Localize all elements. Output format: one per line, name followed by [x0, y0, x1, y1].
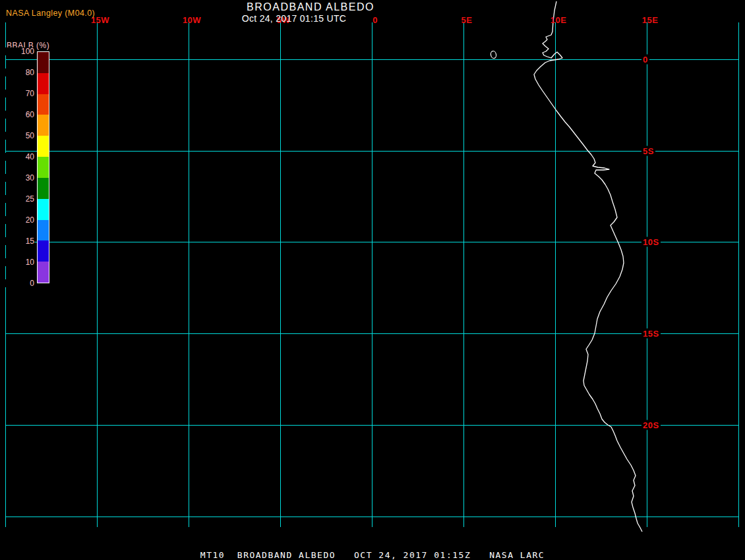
colorbar-tick-70: 70 — [0, 90, 34, 98]
sao-tome-island-outline — [490, 51, 496, 59]
grid-lines — [6, 22, 739, 527]
colorbar-tick-30: 30 — [0, 174, 34, 182]
colorbar-tick-15: 15 — [0, 237, 34, 245]
lon-label-5e: 5E — [462, 15, 473, 25]
lon-label-15e: 15E — [642, 15, 659, 25]
lat-label-20s: 20S — [641, 420, 661, 430]
africa-west-coastline — [534, 1, 642, 532]
colorbar-tick-20: 20 — [0, 216, 34, 224]
colorbar-segment-2 — [38, 94, 49, 115]
colorbar-segment-9 — [38, 240, 49, 262]
colorbar-segment-8 — [38, 220, 49, 241]
colorbar — [37, 51, 49, 283]
colorbar-segment-6 — [38, 178, 49, 199]
colorbar-tick-40: 40 — [0, 153, 34, 161]
colorbar-tick-25: 25 — [0, 195, 34, 203]
albedo-map-canvas: 15W 10W 5W 0 5E 10E 15E NASA Langley (M0… — [0, 0, 745, 560]
colorbar-segment-7 — [38, 199, 49, 220]
source-label: NASA Langley (M04.0) — [6, 9, 95, 18]
lat-label-15s: 15S — [641, 329, 661, 339]
lat-label-0: 0 — [641, 55, 649, 65]
lon-label-0: 0 — [372, 15, 378, 25]
colorbar-segment-1 — [38, 73, 49, 94]
colorbar-segment-3 — [38, 115, 49, 136]
page-title: BROADBAND ALBEDO — [247, 1, 374, 13]
colorbar-tick-10: 10 — [0, 258, 34, 266]
colorbar-tick-80: 80 — [0, 69, 34, 76]
footer-caption: MT10 BROADBAND ALBEDO OCT 24, 2017 01:15… — [0, 550, 745, 560]
map-plot — [0, 0, 745, 560]
lon-label-10e: 10E — [551, 15, 567, 25]
lon-label-10w: 10W — [183, 15, 201, 25]
page-subtitle: Oct 24, 2017 01:15 UTC — [242, 13, 346, 24]
colorbar-tick-100: 100 — [0, 47, 34, 55]
lat-label-10s: 10S — [641, 237, 661, 247]
lat-label-5s: 5S — [641, 146, 655, 156]
colorbar-segment-0 — [38, 52, 49, 73]
colorbar-tick-50: 50 — [0, 132, 34, 140]
colorbar-segment-5 — [38, 157, 49, 178]
colorbar-segment-10 — [38, 262, 49, 283]
colorbar-tick-0: 0 — [0, 279, 34, 287]
colorbar-segment-4 — [38, 136, 49, 157]
colorbar-tick-60: 60 — [0, 111, 34, 119]
